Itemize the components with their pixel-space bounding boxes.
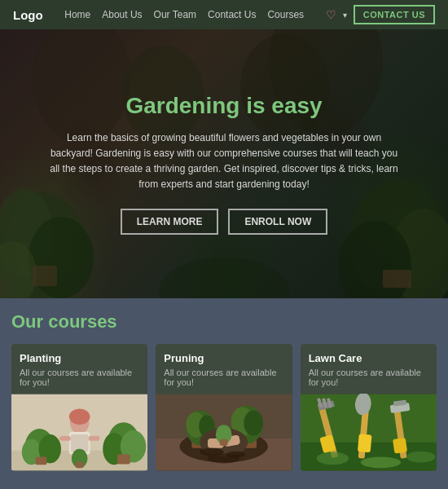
svg-point-42	[244, 410, 264, 435]
course-name-pruning: Pruning	[164, 352, 283, 364]
courses-section-title: Our courses	[11, 311, 437, 333]
svg-rect-25	[36, 457, 47, 465]
contact-us-button[interactable]: CONTACT US	[354, 5, 435, 24]
course-card-planting[interactable]: Planting All our courses are available f…	[11, 344, 147, 471]
nav-contact[interactable]: Contact Us	[208, 9, 256, 20]
svg-rect-65	[393, 438, 407, 454]
svg-point-17	[69, 408, 90, 425]
pruning-svg	[156, 394, 292, 471]
course-desc-planting: All our courses are available for you!	[20, 368, 139, 387]
hero-section: Gardening is easy Learn the basics of gr…	[0, 29, 448, 298]
nav-links: Home About Us Our Team Contact Us Course…	[64, 9, 304, 20]
svg-rect-64	[358, 434, 372, 452]
svg-rect-29	[117, 455, 130, 465]
nav-home[interactable]: Home	[64, 9, 90, 20]
courses-section: Our courses Planting All our courses are…	[0, 298, 448, 471]
course-name-planting: Planting	[20, 352, 139, 364]
svg-rect-31	[76, 461, 84, 468]
nav-about[interactable]: About Us	[102, 9, 142, 20]
course-desc-pruning: All our courses are available for you!	[164, 368, 283, 387]
chevron-down-icon[interactable]: ▾	[343, 11, 347, 20]
course-card-pruning[interactable]: Pruning All our courses are available fo…	[156, 344, 292, 471]
course-name-lawncare: Lawn Care	[309, 352, 428, 364]
lawncare-svg	[301, 394, 437, 471]
hero-content: Gardening is easy Learn the basics of gr…	[16, 93, 432, 236]
course-card-inner: Pruning All our courses are available fo…	[156, 344, 292, 387]
svg-point-68	[406, 452, 435, 463]
hero-description: Learn the basics of growing beautiful fl…	[49, 130, 399, 193]
logo: Logo	[13, 8, 43, 22]
course-image-pruning	[156, 394, 292, 471]
course-image-planting	[11, 394, 147, 471]
svg-rect-47	[220, 439, 228, 446]
svg-point-66	[316, 452, 348, 465]
planting-svg	[11, 394, 147, 471]
courses-grid: Planting All our courses are available f…	[11, 344, 437, 471]
navbar: Logo Home About Us Our Team Contact Us C…	[0, 0, 448, 29]
nav-team[interactable]: Our Team	[154, 9, 196, 20]
course-desc-lawncare: All our courses are available for you!	[309, 368, 428, 387]
svg-rect-21	[88, 436, 99, 441]
hero-title: Gardening is easy	[49, 93, 399, 119]
enroll-now-button[interactable]: ENROLL NOW	[228, 209, 327, 235]
svg-point-67	[360, 457, 400, 469]
svg-rect-20	[59, 436, 71, 441]
nav-courses[interactable]: Courses	[267, 9, 304, 20]
nav-right: ♡ ▾ CONTACT US	[326, 5, 435, 24]
course-card-lawncare[interactable]: Lawn Care All our courses are available …	[301, 344, 437, 471]
svg-point-50	[208, 454, 239, 464]
course-card-inner: Lawn Care All our courses are available …	[301, 344, 437, 387]
course-image-lawncare	[301, 394, 437, 471]
heart-icon[interactable]: ♡	[326, 8, 336, 21]
course-card-inner: Planting All our courses are available f…	[11, 344, 147, 387]
hero-buttons: LEARN MORE ENROLL NOW	[49, 209, 399, 235]
learn-more-button[interactable]: LEARN MORE	[121, 209, 219, 235]
